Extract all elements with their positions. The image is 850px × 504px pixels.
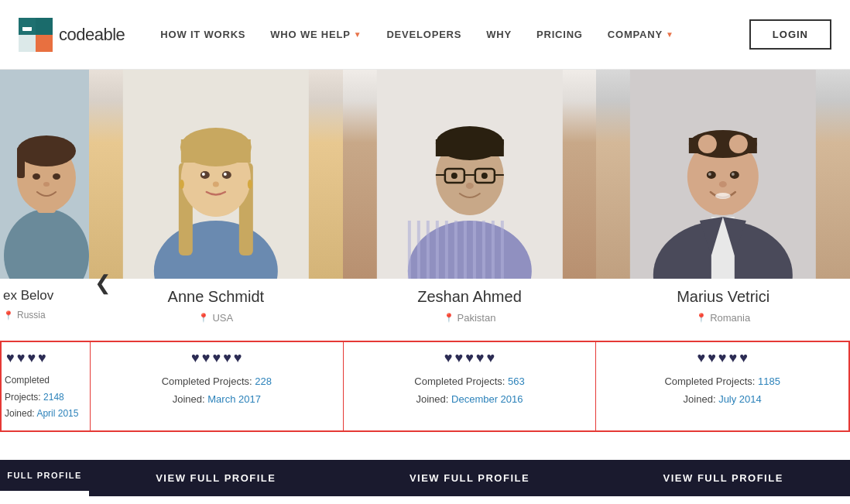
svg-point-69 [698,135,717,153]
anne-location-text: USA [212,312,233,324]
svg-point-71 [707,171,716,179]
carousel: ❮ ex Belov 📍 Russia Anne Schmidt 📍 [0,70,850,504]
profile-photos-row [0,70,850,279]
zeshan-name: Zeshan Ahmed [358,288,581,306]
avatar-zeshan [343,70,597,279]
profile-card-alex [0,70,89,279]
zeshan-projects-label: Completed Projects: [414,375,505,387]
heart-5: ♥ [739,350,748,366]
svg-rect-9 [22,22,32,27]
photo-marius [596,70,850,279]
svg-point-72 [730,171,739,179]
svg-point-30 [202,173,205,176]
avatar-anne [89,70,343,279]
svg-point-19 [43,182,50,187]
svg-rect-1 [36,18,53,35]
svg-point-28 [201,171,210,179]
heart-1: ♥ [697,350,705,366]
marius-stats: ♥ ♥ ♥ ♥ ♥ Completed Projects: 1185 Joine… [596,342,848,430]
nav-how-it-works[interactable]: HOW IT WORKS [149,22,256,46]
marius-location-text: Romania [710,312,750,324]
photo-alex [0,70,89,279]
names-locations-row: ex Belov 📍 Russia Anne Schmidt 📍 USA [0,279,850,339]
photo-zeshan [343,70,597,279]
marius-btn-col: VIEW FULL PROFILE [596,444,850,496]
main-nav: HOW IT WORKS WHO WE HELP ▼ DEVELOPERS WH… [149,22,749,46]
marius-projects-value: 1185 [758,375,780,387]
profile-card-anne [89,70,343,279]
marius-info: Marius Vetrici 📍 Romania [596,279,850,339]
svg-rect-40 [436,221,439,279]
svg-rect-37 [408,221,411,279]
svg-point-59 [466,183,474,189]
alex-joined-value: April 2015 [36,408,78,419]
marius-projects-label: Completed Projects: [664,375,755,387]
logo-text: codeable [59,25,125,45]
svg-rect-16 [17,147,25,178]
nav-who-we-help[interactable]: WHO WE HELP ▼ [259,22,372,46]
zeshan-projects-value: 563 [508,375,525,387]
heart-3: ♥ [718,350,727,366]
svg-point-33 [180,180,184,189]
svg-rect-27 [181,139,251,163]
anne-projects-label: Completed Projects: [162,375,252,387]
nav-pricing[interactable]: PRICING [526,22,594,46]
anne-profile-button[interactable]: VIEW FULL PROFILE [89,460,343,496]
svg-rect-47 [501,221,504,279]
nav-why[interactable]: WHY [475,22,523,46]
alex-stats-text: Completed Projects: 2148 Joined: April 2… [5,372,87,423]
svg-point-29 [222,171,231,179]
alex-info: ex Belov 📍 Russia [0,279,89,339]
header: codeable HOW IT WORKS WHO WE HELP ▼ DEVE… [0,0,850,70]
svg-point-17 [33,173,40,180]
svg-rect-46 [492,221,495,279]
heart-5: ♥ [234,350,242,366]
zeshan-btn-col: VIEW FULL PROFILE [343,444,597,496]
anne-info: Anne Schmidt 📍 USA [89,279,343,339]
who-we-help-arrow: ▼ [354,30,362,39]
heart-1: ♥ [444,350,453,366]
svg-point-31 [224,173,227,176]
marius-name: Marius Vetrici [612,288,835,306]
svg-point-76 [715,193,731,199]
svg-point-32 [213,182,219,187]
anne-location-icon: 📍 [198,313,209,323]
svg-rect-38 [417,221,420,279]
anne-joined-label: Joined: [173,393,205,405]
anne-stats-text: Completed Projects: 228 Joined: March 20… [103,372,331,409]
svg-rect-44 [473,221,476,279]
marius-hearts: ♥ ♥ ♥ ♥ ♥ [608,350,836,366]
marius-joined-value: July 2014 [718,393,762,405]
svg-rect-42 [454,221,458,279]
page-wrapper: codeable HOW IT WORKS WHO WE HELP ▼ DEVE… [0,0,850,504]
photo-anne [89,70,343,279]
svg-point-34 [248,180,252,189]
alex-profile-button[interactable]: FULL PROFILE [0,460,89,491]
login-button[interactable]: LOGIN [749,19,831,50]
svg-rect-45 [482,221,485,279]
zeshan-joined-value: December 2016 [451,393,523,405]
marius-stats-text: Completed Projects: 1185 Joined: July 20… [608,372,836,409]
zeshan-profile-button[interactable]: VIEW FULL PROFILE [343,460,597,496]
marius-profile-button[interactable]: VIEW FULL PROFILE [596,460,850,496]
heart-4: ♥ [476,350,485,366]
svg-rect-10 [36,35,53,52]
alex-name: ex Belov [3,288,83,303]
alex-location: 📍 Russia [3,310,83,321]
profile-card-marius [596,70,850,279]
anne-location: 📍 USA [105,312,327,324]
carousel-arrow-left[interactable]: ❮ [89,269,117,297]
logo-icon [19,18,53,52]
nav-company[interactable]: COMPANY ▼ [597,22,685,46]
buttons-row: FULL PROFILE VIEW FULL PROFILE VIEW FULL… [0,444,850,496]
marius-location-icon: 📍 [696,313,707,323]
nav-developers[interactable]: DEVELOPERS [375,22,472,46]
zeshan-info: Zeshan Ahmed 📍 Pakistan [343,279,597,339]
avatar-alex [0,70,89,279]
logo[interactable]: codeable [19,18,125,52]
marius-joined-label: Joined: [684,393,716,405]
zeshan-location-icon: 📍 [444,313,454,323]
heart-3: ♥ [212,350,221,366]
anne-stats: ♥ ♥ ♥ ♥ ♥ Completed Projects: 228 Joined… [91,342,344,430]
alex-stats: ♥ ♥ ♥ ♥ Completed Projects: 2148 Joined:… [2,342,91,430]
